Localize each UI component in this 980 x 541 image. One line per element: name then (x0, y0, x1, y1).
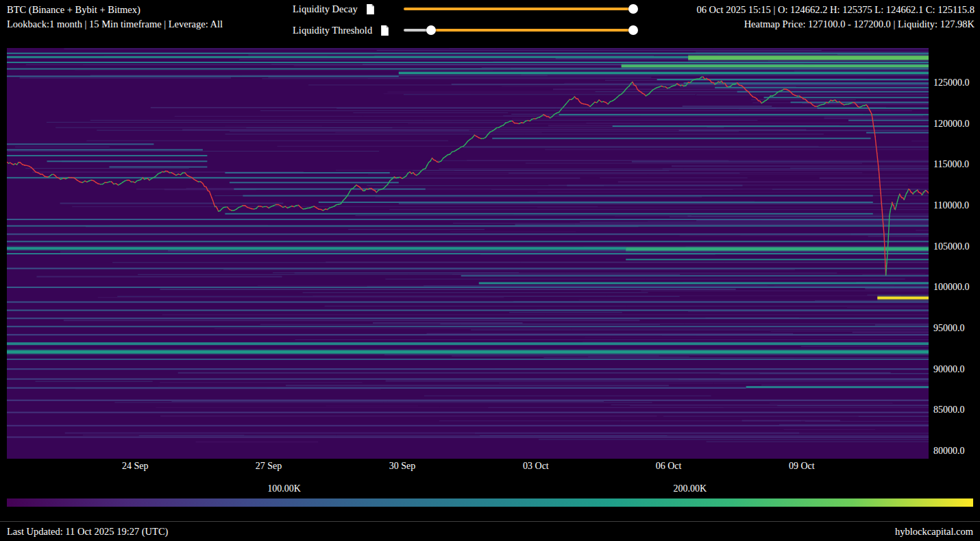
header-controls: Liquidity Decay Liquidity Threshold (293, 4, 633, 35)
liquidity-threshold-label: Liquidity Threshold (293, 25, 372, 36)
liquidity-decay-icon[interactable] (366, 4, 375, 14)
x-axis-label: 24 Sep (111, 461, 159, 472)
liquidity-threshold-low-handle[interactable] (426, 25, 436, 35)
y-axis-label: 85000.0 (933, 405, 965, 416)
x-axis-label: 09 Oct (778, 461, 826, 472)
y-axis-label: 125000.0 (933, 77, 970, 88)
y-axis-label: 95000.0 (933, 323, 965, 334)
header-left: BTC (Binance + Bybit + Bitmex) Lookback:… (7, 3, 223, 32)
y-axis-label: 90000.0 (933, 364, 965, 375)
header-right: 06 Oct 2025 15:15 | O: 124662.2 H: 12537… (696, 3, 975, 32)
liquidity-threshold-high-handle[interactable] (628, 25, 638, 35)
heatmap-canvas[interactable] (7, 48, 929, 459)
liquidity-threshold-slider[interactable] (404, 25, 633, 35)
liquidity-decay-label: Liquidity Decay (293, 3, 358, 15)
y-axis-label: 120000.0 (933, 119, 970, 130)
liquidity-decay-slider[interactable] (404, 4, 633, 14)
x-axis-label: 03 Oct (512, 461, 560, 472)
liquidity-threshold-row: Liquidity Threshold (293, 25, 633, 35)
colorbar-label-200k: 200.00K (674, 483, 707, 494)
last-updated-text: Last Updated: 11 Oct 2025 19:27 (UTC) (7, 526, 168, 538)
y-axis-label: 80000.0 (933, 446, 965, 457)
liquidity-decay-track[interactable] (404, 8, 633, 10)
colorbar-label-100k: 100.00K (267, 483, 301, 494)
y-axis-label: 100000.0 (933, 282, 970, 293)
liquidity-decay-handle[interactable] (628, 4, 638, 14)
colorbar-gradient (7, 498, 973, 507)
liquidity-colorbar: 100.00K 200.00K (7, 483, 973, 508)
site-link[interactable]: hyblockcapital.com (895, 526, 973, 538)
x-axis-label: 06 Oct (645, 461, 693, 472)
date-axis: 24 Sep27 Sep30 Sep03 Oct06 Oct09 Oct (7, 461, 929, 474)
symbol-title: BTC (Binance + Bybit + Bitmex) (7, 3, 223, 17)
lookback-info: Lookback:1 month | 15 Min timeframe | Le… (7, 17, 223, 32)
app-window: BTC (Binance + Bybit + Bitmex) Lookback:… (0, 0, 980, 541)
y-axis-label: 110000.0 (933, 200, 969, 211)
ohlc-info: 06 Oct 2025 15:15 | O: 124662.2 H: 12537… (696, 3, 975, 17)
y-axis-label: 115000.0 (933, 159, 969, 170)
heatmap-price-info: Heatmap Price: 127100.0 - 127200.0 | Liq… (696, 17, 975, 32)
footer-bar: Last Updated: 11 Oct 2025 19:27 (UTC) hy… (0, 521, 980, 541)
x-axis-label: 27 Sep (245, 461, 293, 472)
liquidity-threshold-track[interactable] (404, 29, 633, 32)
liquidity-decay-row: Liquidity Decay (293, 4, 633, 14)
liquidity-threshold-icon[interactable] (380, 25, 389, 36)
price-axis: 125000.0120000.0115000.0110000.0105000.0… (933, 48, 979, 459)
y-axis-label: 105000.0 (933, 241, 970, 252)
liquidity-heatmap-chart (7, 48, 929, 459)
x-axis-label: 30 Sep (378, 461, 426, 472)
